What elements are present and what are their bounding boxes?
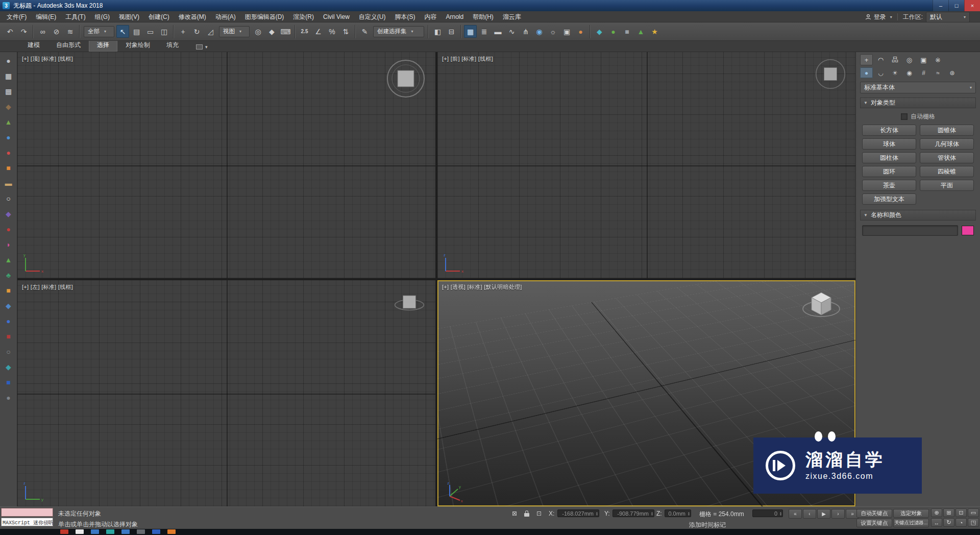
angle-snap-icon[interactable]: ∠ [312,25,325,38]
menu-item[interactable]: 组(G) [90,11,114,22]
selection-filter-dropdown[interactable]: 全部 [84,26,114,37]
zoom-button[interactable]: ⊕ [931,508,942,517]
menu-item[interactable]: 视图(V) [114,11,144,22]
tab-utilities[interactable]: ※ [932,54,944,65]
select-object-icon[interactable]: ↖ [116,25,129,38]
ribbon-minimize-button[interactable]: ▾ [193,43,211,52]
redo-icon[interactable]: ↷ [17,25,30,38]
menu-item[interactable]: 编辑(E) [31,11,61,22]
spinner-icon[interactable]: ▲▼ [651,510,653,516]
menu-item[interactable]: Arnold [441,11,468,22]
material-editor-icon[interactable]: ◉ [533,25,546,38]
left-tool-icon-5[interactable]: ▲ [2,115,15,128]
zoom-all-button[interactable]: ⊞ [943,508,954,517]
viewport-left[interactable]: [+] [左] [标准] [线框] y z [17,280,435,506]
object-color-swatch[interactable] [962,226,974,235]
unlink-selection-icon[interactable]: ⊘ [50,25,63,38]
window-crossing-icon[interactable]: ◫ [158,25,170,38]
taskbar-app-6[interactable] [137,529,145,534]
ribbon-toggle-icon[interactable]: ▬ [492,25,504,38]
viewport-left-label[interactable]: [+] [左] [标准] [线框] [22,283,73,291]
primitive-button[interactable]: 加强型文本 [862,193,916,205]
auto-key-button[interactable]: 自动关键点 [856,509,892,518]
tab-freeform[interactable]: 自由形式 [48,39,89,52]
select-and-rotate-icon[interactable]: ↻ [190,25,203,38]
tab-create[interactable]: + [860,54,873,65]
left-tool-icon-10[interactable]: ○ [2,192,15,205]
maxscript-mini-listener[interactable]: MAXScript 迷你侦听器 [1,518,53,526]
viewcube[interactable] [391,285,427,321]
viewcube[interactable] [384,57,427,100]
sign-in-button[interactable]: 登录 [865,13,892,21]
z-coordinate-field[interactable]: 0.0mm ▲▼ [665,509,691,517]
viewport-front-label[interactable]: [+] [前] [标准] [线框] [442,55,493,63]
left-tool-icon-18[interactable]: ● [2,314,15,327]
left-tool-icon-1[interactable]: ● [2,54,15,67]
taskbar-app-3[interactable] [91,529,99,534]
maximize-viewport-button[interactable]: ◳ [968,518,979,527]
rendered-frame-icon[interactable]: ▣ [560,25,573,38]
left-tool-icon-20[interactable]: ○ [2,345,15,358]
cat-cameras[interactable]: ◉ [903,67,916,78]
menu-item[interactable]: 动画(A) [211,11,240,22]
left-tool-icon-21[interactable]: ◆ [2,360,15,373]
left-tool-icon-6[interactable]: ● [2,131,15,143]
zoom-extents-button[interactable]: ⊡ [955,508,967,517]
left-tool-icon-13[interactable]: ◗ [2,238,15,251]
viewcube[interactable] [799,287,843,324]
left-tool-icon-17[interactable]: ◆ [2,299,15,312]
key-filters-button[interactable]: 关键点过滤器... [893,519,929,527]
maxscript-macro-recorder[interactable] [1,508,53,517]
left-tool-icon-4[interactable]: ◆ [2,100,15,113]
menu-item[interactable]: 渲染(R) [288,11,318,22]
cat-space-warps[interactable]: ≈ [932,67,944,78]
keyboard-override-icon[interactable]: ⌨ [279,25,292,38]
taskbar-app-2[interactable] [76,529,84,534]
spinner-icon[interactable]: ▲▼ [596,510,598,516]
set-key-button[interactable]: 设置关键点 [856,519,892,527]
left-tool-icon-2[interactable]: ▦ [2,69,15,82]
selection-lock-icon[interactable] [522,509,532,518]
menu-item[interactable]: 创建(C) [144,11,174,22]
cat-lights[interactable]: ☀ [889,67,901,78]
orbit-button[interactable]: ↻ [943,518,954,527]
left-tool-icon-14[interactable]: ▲ [2,253,15,266]
taskbar-app-5[interactable] [121,529,130,534]
menu-item[interactable]: Civil View [318,11,354,22]
reference-coordinate-dropdown[interactable]: 视图 [219,26,250,37]
cat-systems[interactable]: ⊛ [946,67,959,78]
left-tool-icon-7[interactable]: ● [2,146,15,159]
align-icon[interactable]: ⊟ [445,25,458,38]
tab-modify[interactable]: ◠ [874,54,887,65]
menu-item[interactable]: 工具(T) [61,11,90,22]
tab-display[interactable]: ▣ [917,54,930,65]
cat-helpers[interactable]: # [917,67,930,78]
plugin-icon-5[interactable]: ★ [648,25,661,38]
primitive-button[interactable]: 圆柱体 [862,152,916,163]
menu-item[interactable]: 图形编辑器(D) [240,11,289,22]
taskbar-app-1[interactable] [60,529,68,534]
left-tool-icon-22[interactable]: ■ [2,376,15,388]
select-and-manipulate-icon[interactable]: ◆ [265,25,278,38]
undo-icon[interactable]: ↶ [4,25,16,38]
primitive-button[interactable]: 四棱锥 [920,166,974,177]
menu-item[interactable]: 帮助(H) [468,11,498,22]
percent-snap-icon[interactable]: % [326,25,338,38]
curve-editor-icon[interactable]: ∿ [505,25,518,38]
tab-motion[interactable]: ◎ [903,54,916,65]
x-coordinate-field[interactable]: -168.027mm ▲▼ [557,509,599,517]
cat-geometry[interactable]: ● [860,67,873,78]
viewport-top[interactable]: [+] [顶] [标准] [线框] x y [17,52,435,278]
absolute-offset-toggle-icon[interactable]: ⊡ [534,509,544,518]
pan-button[interactable]: ↔ [931,518,942,527]
use-pivot-center-icon[interactable]: ◎ [252,25,264,38]
previous-frame-button[interactable]: ‹ [803,509,816,519]
rollout-object-type[interactable]: ▼ 对象类型 [860,98,976,108]
minimize-button[interactable]: – [933,0,948,11]
plugin-icon-4[interactable]: ▲ [634,25,647,38]
app-icon[interactable]: 3 [3,2,10,9]
left-tool-icon-11[interactable]: ◆ [2,207,15,220]
go-to-start-button[interactable]: « [789,509,802,519]
object-name-input[interactable] [862,225,958,236]
menu-item[interactable]: 溜云库 [498,11,526,22]
